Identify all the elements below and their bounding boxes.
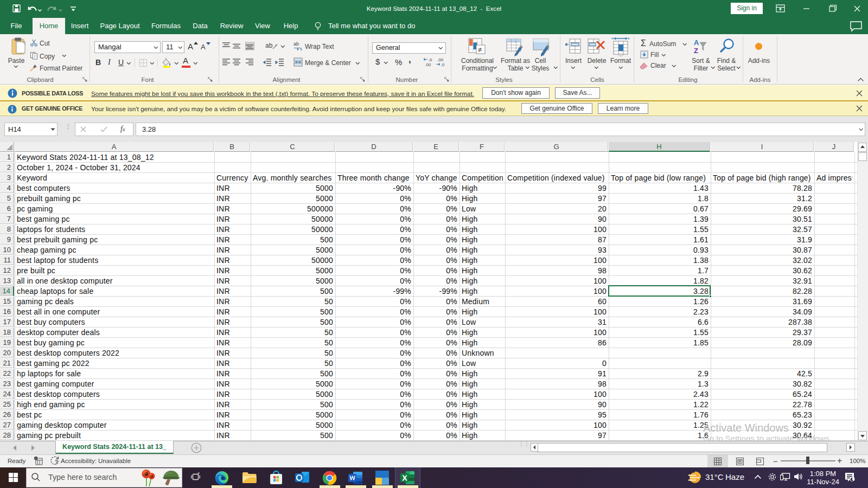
svg-text:ab: ab <box>293 41 299 47</box>
svg-text:.00: .00 <box>437 57 444 62</box>
svg-text:A: A <box>694 38 699 47</box>
svg-text:≠: ≠ <box>478 46 482 54</box>
svg-text:?: ? <box>55 459 58 465</box>
svg-text:.0: .0 <box>429 57 432 62</box>
svg-text:.00: .00 <box>425 62 431 67</box>
svg-text:ab: ab <box>265 42 273 49</box>
svg-text:.0: .0 <box>441 62 445 67</box>
svg-text:Z: Z <box>694 47 698 55</box>
